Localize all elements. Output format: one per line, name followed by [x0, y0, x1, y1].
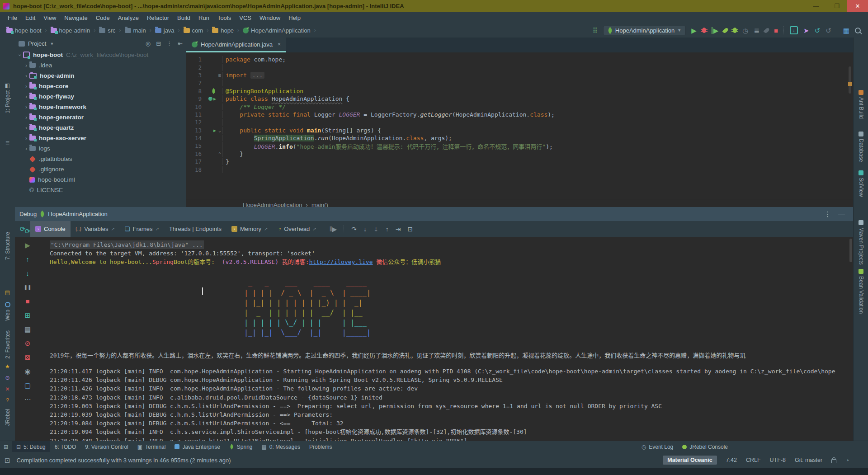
git-branch-widget[interactable]: Git: master [795, 457, 822, 463]
collapse-all-icon[interactable]: ⊟ [156, 41, 161, 47]
favorites-mini-icon[interactable]: ▤ [0, 290, 15, 295]
update-project-icon[interactable]: ↓ [790, 26, 798, 34]
breadcrumb-item[interactable]: com [184, 27, 203, 34]
run-coverage-icon[interactable]: ▶ [712, 27, 719, 34]
breadcrumb-item[interactable]: hope-admin [51, 27, 90, 34]
menu-item-refactor[interactable]: Refactor [143, 12, 173, 23]
encoding-widget[interactable]: UTF-8 [770, 457, 786, 463]
tool-tab-favorites[interactable]: 2: Favorites [0, 330, 15, 359]
console-scrollbar[interactable] [849, 237, 853, 441]
project-view-dropdown[interactable]: ▼ [50, 42, 54, 46]
tree-item[interactable]: ›hope-quartz [15, 122, 186, 133]
breadcrumb-item[interactable]: HopeAdminApplication [243, 27, 311, 34]
tool-tab-structure[interactable]: 7: Structure [0, 232, 15, 260]
tree-item[interactable]: ›.idea [15, 60, 186, 71]
tool-tab-sciview[interactable]: SciView [854, 170, 868, 197]
menu-item-view[interactable]: View [39, 12, 60, 23]
code-line[interactable]: 3⊞import ... [186, 71, 853, 79]
mute-breakpoints-icon[interactable]: ⊘ [15, 336, 40, 350]
tab-close-icon[interactable]: × [278, 41, 281, 47]
toolbtn-version-control[interactable]: 9: Version Control [80, 441, 132, 452]
toolbtn-java-enterprise[interactable]: Java Enterprise [170, 441, 224, 452]
menu-item-edit[interactable]: Edit [21, 12, 39, 23]
restore-layout-icon[interactable]: ⊞ [15, 308, 40, 322]
tab-frames[interactable]: ❏Frames↗ [120, 221, 164, 237]
tool-tab-project[interactable]: ◧1: Project [0, 83, 15, 113]
menu-item-build[interactable]: Build [173, 12, 194, 23]
breadcrumb-item[interactable]: hope [212, 27, 234, 34]
code-area[interactable]: 1package com.hope;2 3⊞import ...7 8@Spri… [186, 52, 853, 199]
rocket-disabled-icon[interactable] [764, 27, 770, 34]
tree-item[interactable]: .gitattributes [15, 154, 186, 164]
code-line[interactable]: 11 private static final Logger LOGGER = … [186, 111, 853, 118]
run-config-select[interactable]: HopeAdminApplication▼ [603, 26, 686, 35]
rerun-icon[interactable]: ⟳ [15, 224, 40, 238]
jrebel-run-icon[interactable] [722, 27, 729, 34]
minimize-button[interactable]: — [806, 0, 826, 12]
structure-grid-icon[interactable]: ▦ [843, 27, 849, 34]
tree-item[interactable]: ›hope-generator [15, 112, 186, 122]
options-icon[interactable]: ⋮ [166, 41, 172, 47]
run-anything-icon[interactable]: ≣ [754, 27, 760, 34]
menu-item-window[interactable]: Window [255, 12, 284, 23]
search-icon[interactable] [855, 28, 861, 33]
fold-marker[interactable]: ⌃ [217, 151, 222, 156]
tree-item[interactable]: ›hope-boot C:\z_work_file\code\hope-boot [15, 50, 186, 60]
push-icon[interactable]: ➤ [803, 27, 809, 34]
star-icon[interactable]: ★ [0, 364, 15, 369]
tree-item[interactable]: .gitignore [15, 164, 186, 174]
stop-icon[interactable]: ■ [774, 27, 778, 34]
toolbtn-debug[interactable]: ⊟5: Debug [12, 441, 50, 452]
run-to-cursor-icon[interactable]: ⇥ [396, 226, 401, 232]
more-icon[interactable]: ⋯ [15, 392, 40, 406]
resume-icon[interactable]: ▶ [15, 238, 40, 252]
tool-tab-bean-validation[interactable]: Bean Validation [854, 269, 868, 314]
toolbtn-jrebel-console[interactable]: JRebel Console [678, 441, 732, 452]
code-line[interactable]: 12 [186, 118, 853, 126]
toolbtn-event-log[interactable]: ◷Event Log [637, 441, 678, 452]
code-line[interactable]: 14 SpringApplication.run(HopeAdminApplic… [186, 134, 853, 142]
clear-console-icon[interactable]: ⊠ [15, 350, 40, 364]
code-line[interactable]: 16⌃ } [186, 150, 853, 158]
preview-icon[interactable]: ▢ [15, 378, 40, 392]
tree-item[interactable]: ›hope-core [15, 81, 186, 91]
code-line[interactable]: 7 [186, 79, 853, 87]
hide-panel-icon[interactable]: ⇤ [178, 41, 183, 47]
tab-memory[interactable]: ›Memory↗ [226, 221, 273, 237]
menu-item-run[interactable]: Run [194, 12, 213, 23]
rollback-icon[interactable]: ↺ [826, 27, 831, 34]
console-link[interactable]: http://ilovey.live [309, 259, 373, 265]
tree-item[interactable]: hope-boot.iml [15, 174, 186, 185]
code-line[interactable]: 8@SpringBootApplication [186, 87, 853, 95]
tab-threads-endpoints[interactable]: Threads | Endpoints [164, 221, 226, 237]
code-line[interactable]: 10 /** Logger */ [186, 103, 853, 110]
run-icon[interactable]: ▶ [691, 27, 697, 34]
tool-tab-database[interactable]: Database [854, 132, 868, 162]
stop-icon[interactable]: ■ [15, 294, 40, 308]
force-step-into-icon[interactable]: ⇣ [373, 226, 379, 232]
menu-item-analyze[interactable]: Analyze [114, 12, 143, 23]
editor-tab[interactable]: HopeAdminApplication.java × [186, 38, 286, 52]
debug-console[interactable]: "C:\Program Files\Java\jdk1.8\bin\java" … [40, 237, 853, 441]
lock-icon[interactable] [831, 459, 836, 463]
profiler-icon[interactable]: ◷ [742, 27, 748, 34]
evaluate-expression-icon[interactable]: ⊡ [407, 226, 413, 232]
scrollbar-thumb[interactable] [849, 239, 852, 262]
toolbtn-todo[interactable]: 6: TODO [50, 441, 81, 452]
toolwindow-switcher-icon[interactable]: ⊞ [0, 444, 12, 450]
tree-item[interactable]: ›hope-flyway [15, 91, 186, 102]
code-line[interactable]: 18 [186, 165, 853, 173]
tree-item[interactable]: ©LICENSE [15, 185, 186, 195]
menu-item-help[interactable]: Help [284, 12, 305, 23]
tree-item[interactable]: ›hope-admin [15, 71, 186, 81]
show-execution-point-icon[interactable]: ‖▶ [330, 226, 337, 232]
tree-item[interactable]: ›hope-sso-server [15, 133, 186, 143]
step-over-icon[interactable]: ↷ [351, 226, 357, 232]
tool-tab-ant-build[interactable]: Ant Build [854, 90, 868, 119]
warning-stripe-mark[interactable] [848, 82, 852, 86]
plugins-grid-icon[interactable]: ⠿ [593, 27, 598, 34]
breadcrumb-item[interactable]: src [99, 27, 115, 34]
menu-item-code[interactable]: Code [92, 12, 114, 23]
line-ending-widget[interactable]: CRLF [746, 457, 761, 463]
tree-item[interactable]: ›logs [15, 143, 186, 154]
